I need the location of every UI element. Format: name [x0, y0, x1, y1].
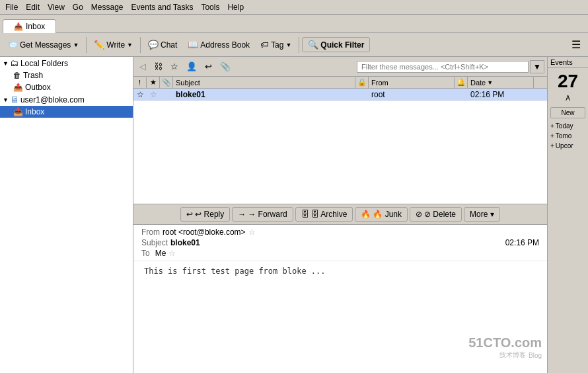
events-month: A	[548, 95, 588, 104]
subject-label: Subject	[141, 238, 168, 247]
local-folders-expand: ▼	[3, 60, 9, 67]
msg-toolbar-star[interactable]: ☆	[167, 60, 182, 73]
events-today-section[interactable]: + Today	[548, 121, 588, 131]
to-star-icon[interactable]: ☆	[168, 249, 176, 258]
today-expand-icon: +	[550, 122, 554, 130]
col-from[interactable]: From	[369, 77, 455, 88]
preview-body: This is first test page from bloke ...	[133, 261, 547, 374]
delete-button[interactable]: ⊘ ⊘ Delete	[410, 207, 462, 222]
quick-filter-label: Quick Filter	[320, 40, 364, 50]
junk-button[interactable]: 🔥 🔥 Junk	[355, 207, 408, 222]
msg-toolbar-back[interactable]: ◁	[136, 60, 149, 73]
user-account-item[interactable]: ▼ 🖥 user1@bloke.com	[0, 93, 133, 106]
junk-icon: 🔥	[361, 210, 371, 219]
address-book-label: Address Book	[200, 40, 250, 50]
tomorrow-label: Tomo	[556, 132, 571, 140]
get-messages-button[interactable]: 📨 Get Messages ▼	[3, 37, 83, 52]
reply-icon: ↩	[186, 210, 193, 219]
get-messages-label: Get Messages	[20, 40, 71, 50]
outbox-label: Outbox	[25, 83, 51, 92]
folder-tree-panel: ▼ 🗂 Local Folders 🗑 Trash 📤 Outbox ▼ 🖥 u…	[0, 57, 133, 373]
quick-filter-icon: 🔍	[308, 40, 318, 50]
message-center: ◁ ⛓ ☆ 👤 ↩ 📎 ▼ ! ★ 📎 Subject 🔒 From 🔔 Dat…	[133, 57, 547, 373]
row-junk	[455, 93, 468, 96]
filter-input[interactable]	[357, 61, 529, 73]
get-messages-icon: 📨	[7, 40, 18, 50]
address-book-button[interactable]: 📖 Address Book	[183, 37, 254, 52]
menu-help[interactable]: Help	[223, 1, 248, 13]
write-icon: ✏️	[94, 40, 104, 50]
from-star-icon[interactable]: ☆	[248, 228, 256, 237]
menu-events-tasks[interactable]: Events and Tasks	[128, 1, 198, 13]
local-folders-icon: 🗂	[10, 58, 18, 68]
menu-tools[interactable]: Tools	[197, 1, 223, 13]
preview-time: 02:16 PM	[505, 238, 539, 247]
write-arrow: ▼	[127, 42, 133, 48]
col-junk[interactable]: 🔔	[455, 77, 468, 88]
to-value: Me	[155, 249, 166, 258]
message-toolbar: ◁ ⛓ ☆ 👤 ↩ 📎 ▼	[133, 57, 547, 77]
col-star[interactable]: ★	[147, 77, 160, 88]
reply-label: ↩ Reply	[195, 210, 224, 219]
table-row[interactable]: ☆ ☆ bloke01 root 02:16 PM	[133, 89, 547, 101]
menu-view[interactable]: View	[44, 1, 69, 13]
trash-folder-item[interactable]: 🗑 Trash	[0, 69, 133, 81]
tab-inbox[interactable]: 📥 Inbox	[3, 19, 56, 33]
local-folders-item[interactable]: ▼ 🗂 Local Folders	[0, 57, 133, 69]
tag-icon: 🏷	[260, 40, 269, 50]
chat-button[interactable]: 💬 Chat	[143, 37, 182, 52]
write-button[interactable]: ✏️ Write ▼	[89, 37, 137, 52]
to-label: To	[141, 249, 150, 258]
reply-button[interactable]: ↩ ↩ Reply	[180, 207, 230, 222]
row-flag: ☆	[133, 89, 147, 101]
col-lock[interactable]: 🔒	[355, 77, 369, 88]
toolbar-menu-button[interactable]: ☰	[567, 36, 585, 54]
preview-actions-bar: ↩ ↩ Reply → → Forward 🗄 🗄 Archive 🔥 🔥 Ju…	[133, 204, 547, 225]
filter-options-button[interactable]: ▼	[530, 60, 544, 73]
more-button[interactable]: More ▾	[464, 207, 500, 222]
chat-label: Chat	[161, 40, 177, 50]
toolbar: 📨 Get Messages ▼ ✏️ Write ▼ 💬 Chat 📖 Add…	[0, 33, 588, 57]
events-new-button[interactable]: New	[550, 107, 585, 118]
menu-edit[interactable]: Edit	[22, 1, 44, 13]
col-subject[interactable]: Subject	[173, 77, 355, 88]
msg-toolbar-contact[interactable]: 👤	[183, 60, 200, 73]
chat-icon: 💬	[148, 40, 159, 50]
archive-button[interactable]: 🗄 🗄 Archive	[295, 207, 353, 222]
outbox-folder-item[interactable]: 📤 Outbox	[0, 81, 133, 93]
col-size[interactable]	[534, 81, 547, 84]
row-from: root	[369, 89, 455, 101]
upcoming-label: Upcor	[556, 142, 573, 149]
forward-label: → Forward	[248, 210, 287, 219]
events-tomorrow-section[interactable]: + Tomo	[548, 131, 588, 141]
row-star: ☆	[147, 89, 160, 101]
menu-file[interactable]: File	[1, 1, 22, 13]
col-attach[interactable]: 📎	[160, 77, 173, 88]
msg-toolbar-thread[interactable]: ⛓	[151, 60, 166, 73]
msg-toolbar-attach[interactable]: 📎	[217, 60, 234, 73]
preview-header: From root <root@bloke.com> ☆ Subject blo…	[133, 225, 547, 261]
menu-go[interactable]: Go	[69, 1, 87, 13]
menu-message[interactable]: Message	[87, 1, 128, 13]
delete-label: ⊘ Delete	[424, 210, 456, 219]
col-flag[interactable]: !	[133, 77, 147, 88]
events-header: Events	[548, 57, 588, 68]
write-label: Write	[106, 40, 125, 50]
from-value: root <root@bloke.com>	[163, 228, 246, 237]
col-date[interactable]: Date ▼	[468, 77, 534, 88]
inbox-tab-icon: 📥	[14, 22, 23, 31]
tag-button[interactable]: 🏷 Tag ▼	[256, 37, 296, 52]
archive-label: 🗄 Archive	[311, 210, 348, 219]
forward-button[interactable]: → → Forward	[232, 207, 293, 222]
msg-toolbar-tag2[interactable]: ↩	[202, 60, 215, 73]
quick-filter-button[interactable]: 🔍 Quick Filter	[302, 37, 370, 52]
events-date-number: 27	[548, 68, 588, 95]
upcoming-expand-icon: +	[550, 142, 554, 149]
outbox-icon: 📤	[13, 83, 23, 92]
inbox-folder-item[interactable]: 📥 Inbox	[0, 106, 133, 118]
from-label: From	[141, 228, 160, 237]
tag-label: Tag	[271, 40, 283, 50]
events-upcoming-section[interactable]: + Upcor	[548, 141, 588, 151]
user-label: user1@bloke.com	[20, 95, 85, 104]
row-date: 02:16 PM	[468, 89, 534, 101]
